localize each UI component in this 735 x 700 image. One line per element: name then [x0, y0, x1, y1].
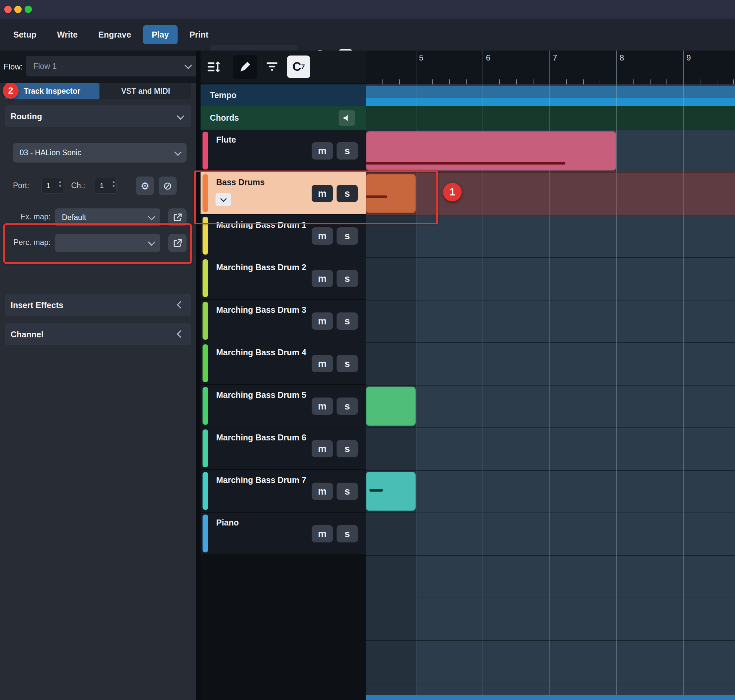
solo-button[interactable]: s — [337, 525, 358, 543]
tab-setup[interactable]: Setup — [4, 25, 45, 44]
port-stepper[interactable]: 1 ▴▾ — [41, 178, 63, 194]
pen-tool-button[interactable] — [233, 55, 258, 79]
row-separator — [366, 513, 735, 513]
ruler-number: 6 — [486, 53, 490, 62]
mute-button[interactable]: m — [312, 227, 333, 245]
track-header-piano[interactable]: Pianoms — [200, 513, 366, 555]
stepper-up-icon[interactable]: ▴ — [112, 179, 115, 184]
mute-button[interactable]: m — [312, 482, 333, 500]
ruler-major-tick — [683, 50, 684, 84]
mute-button[interactable]: m — [312, 355, 333, 372]
solo-button[interactable]: s — [337, 397, 358, 415]
channel-value: 1 — [100, 178, 104, 193]
track-name: Flute — [216, 135, 236, 144]
track-name: Marching Bass Drum 3 — [216, 305, 306, 315]
chords-lane-label: Chords — [210, 106, 239, 129]
tab-vst-and-midi[interactable]: VST and MIDI — [100, 83, 191, 99]
row-separator — [366, 385, 735, 385]
region-marching-bass-drum-5[interactable] — [366, 387, 416, 426]
stepper-down-icon[interactable]: ▾ — [59, 184, 61, 188]
horizontal-scrollbar[interactable] — [366, 695, 735, 700]
track-name: Marching Bass Drum 6 — [216, 433, 306, 443]
ruler-number: 7 — [553, 53, 557, 62]
insert-effects-section-header[interactable]: Insert Effects — [4, 294, 191, 316]
tempo-lane-label: Tempo — [210, 84, 236, 106]
mute-button[interactable]: m — [312, 525, 333, 543]
stepper-up-icon[interactable]: ▴ — [59, 179, 61, 184]
instrument-value: 03 - HALion Sonic — [20, 143, 81, 163]
mute-button[interactable]: m — [312, 440, 333, 457]
slash-circle-icon: ⊘ — [163, 179, 172, 192]
ruler-number: 8 — [620, 53, 624, 62]
ruler-minor-tick — [650, 79, 651, 84]
solo-button[interactable]: s — [337, 312, 358, 330]
stepper-down-icon[interactable]: ▾ — [112, 184, 115, 188]
tab-engrave[interactable]: Engrave — [90, 25, 140, 44]
region-note-line — [366, 162, 566, 165]
ruler-minor-tick — [399, 79, 400, 84]
track-header-marching-bass-drum-5[interactable]: Marching Bass Drum 5ms — [200, 385, 366, 428]
tab-play[interactable]: Play — [143, 25, 177, 44]
track-order-button[interactable] — [203, 56, 224, 78]
track-order-icon — [206, 59, 221, 74]
track-color-strip — [203, 429, 208, 467]
row-separator — [366, 129, 735, 130]
mode-tab-bar: SetupWriteEngravePlayPrint Full score — [0, 19, 735, 50]
ruler-major-tick — [549, 50, 550, 84]
solo-button[interactable]: s — [337, 440, 358, 457]
speaker-icon — [342, 113, 352, 123]
tab-track-inspector-label: Track Inspector — [24, 87, 80, 96]
track-name: Piano — [216, 518, 239, 528]
chevron-down-icon — [177, 112, 184, 120]
mute-button[interactable]: m — [312, 312, 333, 330]
track-header-marching-bass-drum-2[interactable]: Marching Bass Drum 2ms — [200, 257, 366, 300]
track-name: Marching Bass Drum 5 — [216, 390, 306, 400]
ruler-minor-tick — [599, 79, 600, 84]
port-value: 1 — [46, 178, 50, 193]
mute-button[interactable]: m — [312, 142, 333, 160]
track-color-strip — [203, 344, 208, 382]
minimize-window-button[interactable] — [14, 6, 22, 13]
track-header-marching-bass-drum-6[interactable]: Marching Bass Drum 6ms — [200, 428, 366, 470]
tab-track-inspector[interactable]: Track Inspector — [4, 83, 99, 99]
ruler-minor-tick — [734, 79, 734, 84]
solo-button[interactable]: s — [337, 142, 358, 160]
track-header-marching-bass-drum-3[interactable]: Marching Bass Drum 3ms — [200, 300, 366, 343]
track-color-strip — [203, 387, 208, 425]
row-separator — [366, 683, 735, 683]
track-header-marching-bass-drum-7[interactable]: Marching Bass Drum 7ms — [200, 470, 366, 513]
solo-button[interactable]: s — [337, 227, 358, 245]
close-window-button[interactable] — [4, 6, 12, 13]
region-flute[interactable] — [366, 131, 616, 171]
solo-button[interactable]: s — [337, 355, 358, 372]
chords-audition-button[interactable] — [339, 110, 355, 126]
instrument-dropdown[interactable]: 03 - HALion Sonic — [13, 143, 187, 163]
tab-print[interactable]: Print — [181, 25, 217, 44]
tempo-lane-header[interactable]: Tempo — [200, 84, 366, 106]
measure-ruler[interactable]: 56789 — [366, 50, 735, 84]
channel-stepper[interactable]: 1 ▴▾ — [95, 178, 117, 194]
ruler-number: 5 — [419, 53, 423, 62]
disable-routing-button[interactable]: ⊘ — [159, 176, 177, 195]
ruler-minor-tick — [666, 79, 667, 84]
mute-button[interactable]: m — [312, 397, 333, 415]
ruler-minor-tick — [383, 79, 383, 84]
track-header-flute[interactable]: Flutems — [200, 129, 366, 172]
track-header-marching-bass-drum-4[interactable]: Marching Bass Drum 4ms — [200, 343, 366, 385]
zoom-window-button[interactable] — [25, 6, 32, 13]
track-color-strip — [203, 302, 208, 340]
filter-button[interactable] — [261, 56, 283, 78]
chords-lane-header[interactable]: Chords — [200, 106, 366, 129]
plugin-settings-button[interactable]: ⚙ — [136, 176, 154, 195]
flow-selector-dropdown[interactable]: Flow 1 — [26, 56, 197, 76]
ruler-minor-tick — [432, 79, 433, 84]
solo-button[interactable]: s — [337, 482, 358, 500]
track-color-strip — [203, 259, 208, 297]
mode-tabs: SetupWriteEngravePlayPrint — [4, 19, 217, 50]
mute-button[interactable]: m — [312, 270, 333, 287]
chord-track-button[interactable]: C7 — [287, 56, 310, 78]
solo-button[interactable]: s — [337, 270, 358, 287]
routing-section-header[interactable]: Routing — [4, 105, 191, 127]
tab-write[interactable]: Write — [48, 25, 86, 44]
channel-section-header[interactable]: Channel — [4, 324, 191, 346]
